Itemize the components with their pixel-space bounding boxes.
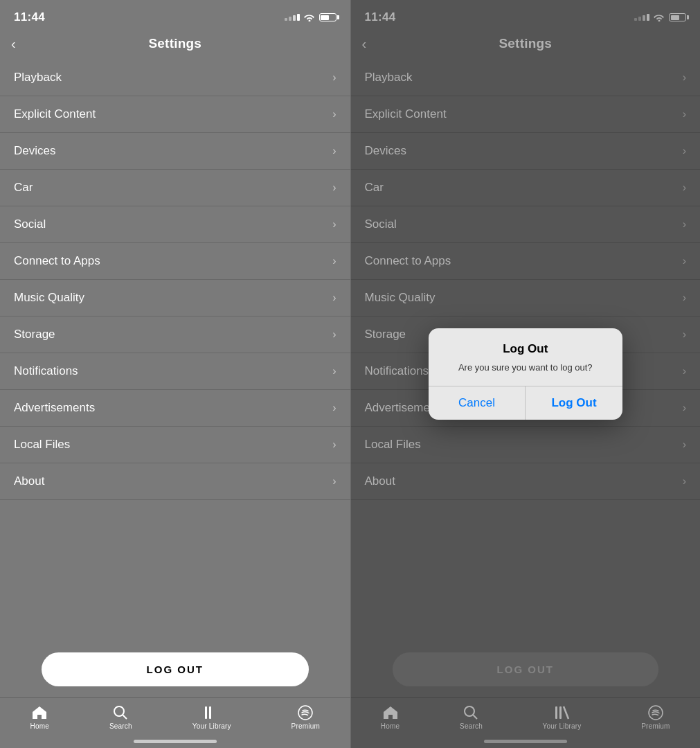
right-phone-screen: 11:44 ‹ Settings Playback › Expli [350,0,701,748]
settings-item-notifications-left[interactable]: Notifications › [0,353,350,390]
chevron-icon: › [332,255,336,267]
left-phone-screen: 11:44 ‹ Settings Playback › [0,0,350,748]
tab-library-label-left: Your Library [192,722,231,730]
home-indicator-left [0,734,350,748]
chevron-icon: › [332,475,336,488]
search-icon-left [113,705,128,720]
dialog-title: Log Out [440,342,611,356]
chevron-icon: › [332,292,336,304]
chevron-icon: › [332,145,336,157]
status-bar-left: 11:44 [0,0,350,30]
tab-home-label-left: Home [30,722,48,730]
svg-line-1 [123,715,127,720]
svg-rect-3 [209,706,211,719]
dialog-overlay: Log Out Are you sure you want to log out… [351,0,701,748]
nav-title-left: Settings [148,36,201,51]
chevron-icon: › [332,438,336,451]
tab-library-left[interactable]: Your Library [192,705,231,730]
chevron-icon: › [332,181,336,194]
svg-point-0 [114,706,124,716]
chevron-icon: › [332,402,336,414]
tab-bar-left: Home Search Your Library Premium [0,697,350,734]
settings-item-connect-left[interactable]: Connect to Apps › [0,243,350,280]
tab-premium-left[interactable]: Premium [291,705,320,730]
logout-button-left[interactable]: LOG OUT [42,652,309,686]
svg-rect-2 [205,706,207,719]
tab-home-left[interactable]: Home [30,705,48,730]
settings-item-explicit-left[interactable]: Explicit Content › [0,96,350,133]
settings-list-left: Playback › Explicit Content › Devices › … [0,60,350,639]
dialog-confirm-button[interactable]: Log Out [526,386,622,420]
settings-item-social-left[interactable]: Social › [0,206,350,243]
chevron-icon: › [332,108,336,121]
dialog-content: Log Out Are you sure you want to log out… [429,328,622,385]
chevron-icon: › [332,328,336,341]
settings-item-devices-left[interactable]: Devices › [0,133,350,170]
svg-point-4 [298,706,312,720]
settings-item-music-left[interactable]: Music Quality › [0,280,350,317]
chevron-icon: › [332,218,336,231]
settings-item-playback-left[interactable]: Playback › [0,60,350,96]
settings-item-about-left[interactable]: About › [0,463,350,500]
status-icons-left [285,13,336,21]
dialog-message: Are you sure you want to log out? [440,362,611,374]
tab-search-left[interactable]: Search [109,705,132,730]
tab-premium-label-left: Premium [291,722,320,730]
tab-search-label-left: Search [109,722,132,730]
settings-item-local-left[interactable]: Local Files › [0,427,350,463]
wifi-icon-left [304,13,315,21]
logout-button-container-left: LOG OUT [0,639,350,697]
nav-header-left: ‹ Settings [0,30,350,60]
logout-dialog: Log Out Are you sure you want to log out… [429,328,622,419]
home-icon-left [31,705,48,720]
back-button-left[interactable]: ‹ [11,36,16,52]
chevron-icon: › [332,365,336,377]
settings-item-car-left[interactable]: Car › [0,170,350,206]
chevron-icon: › [332,71,336,84]
signal-icon-left [285,14,300,21]
dialog-cancel-button[interactable]: Cancel [429,386,526,420]
settings-item-storage-left[interactable]: Storage › [0,317,350,353]
battery-icon-left [319,13,336,21]
spotify-icon-left [298,705,313,720]
status-time-left: 11:44 [14,10,45,24]
dialog-buttons: Cancel Log Out [429,386,622,420]
library-icon-left [204,705,220,720]
settings-item-ads-left[interactable]: Advertisements › [0,390,350,427]
